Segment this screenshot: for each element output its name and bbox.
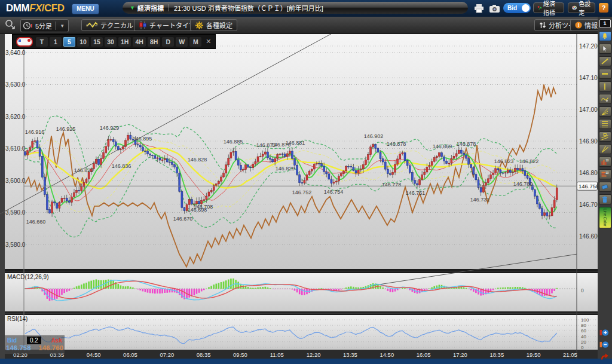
svg-text:146.881: 146.881 (286, 140, 305, 146)
svg-text:146.878: 146.878 (387, 141, 406, 147)
header-bar: DMMFX/CFD MENU ▼ 経済指標 21:30 USD 消費者物価指数（… (0, 0, 612, 17)
chart-type-label: チャートタイプ (149, 20, 195, 30)
svg-text:80: 80 (581, 323, 586, 328)
timeframe-button-5[interactable]: 5 (63, 37, 75, 47)
color-settings-button[interactable]: 色設定 (568, 2, 595, 13)
svg-text:146.900: 146.900 (579, 138, 598, 145)
drag-handle-icon[interactable] (16, 37, 33, 47)
parallel-lines-icon[interactable] (599, 131, 611, 142)
svg-text:146.698: 146.698 (188, 207, 207, 213)
timeframe-button-10[interactable]: 10 (77, 37, 89, 47)
angle-lines-icon[interactable] (599, 144, 611, 154)
bid-toggle-label: Bid (507, 5, 517, 11)
gann-fan-icon[interactable] (599, 106, 611, 117)
timeframe-button-M[interactable]: M (189, 37, 201, 47)
svg-text:147.000: 147.000 (579, 106, 598, 113)
svg-text:146.885: 146.885 (224, 139, 243, 145)
economic-indicator-button[interactable]: 経済指標 (533, 2, 564, 13)
econ-indicator-icon (537, 5, 541, 11)
menu-button[interactable]: MENU (72, 4, 99, 14)
svg-text:19:50: 19:50 (527, 351, 541, 358)
svg-text:146.829: 146.829 (276, 166, 295, 172)
svg-text:147.100: 147.100 (579, 75, 598, 81)
svg-text:3,590.0: 3,590.0 (5, 209, 26, 216)
print-button[interactable] (472, 3, 485, 14)
timeframe-button-D[interactable]: D (162, 37, 174, 47)
svg-text:146.925: 146.925 (56, 126, 76, 132)
timeframe-button-W[interactable]: W (176, 37, 188, 47)
timeframe-button-30[interactable]: 30 (105, 37, 117, 47)
settings-button[interactable]: 各種設定 (190, 19, 237, 31)
svg-text:0: 0 (581, 287, 584, 293)
svg-text:146.752: 146.752 (292, 189, 312, 195)
screenshot-button[interactable] (488, 3, 501, 14)
svg-text:14:50: 14:50 (380, 351, 394, 358)
svg-text:146.731: 146.731 (470, 197, 490, 203)
svg-text:146.778: 146.778 (382, 182, 402, 188)
timeframe-button-15[interactable]: 15 (91, 37, 103, 47)
svg-text:146.929: 146.929 (100, 125, 120, 131)
timeframe-selector[interactable]: 5分足 ▼ (20, 19, 69, 32)
spread-value: 0.2 (27, 337, 41, 344)
drawing-tools-sidebar: 1 1010Line Color (598, 17, 612, 359)
timeframe-button-8H[interactable]: 8H (148, 37, 160, 47)
price-chart-canvas[interactable]: 146.916146.925146.929146.895146.828146.8… (0, 33, 598, 364)
timeframe-button-1H[interactable]: 1H (118, 37, 131, 47)
svg-text:146.600: 146.600 (579, 233, 598, 240)
info-label: 情報 (585, 20, 598, 30)
svg-text:3,640.0: 3,640.0 (5, 50, 26, 56)
bell-icon[interactable] (599, 31, 611, 41)
news-ticker[interactable]: ▼ 経済指標 21:30 USD 消費者物価指数（ＣＰＩ）[前年同月比] (123, 2, 468, 14)
ask-price: 146.760 (38, 344, 63, 351)
bid-ask-panel: Bid 0.2 Ask 146.758 146.760 (5, 335, 65, 354)
timeframe-button-T[interactable]: T (36, 37, 48, 47)
svg-text:16:05: 16:05 (417, 351, 431, 358)
freehand-icon[interactable] (599, 94, 611, 104)
svg-text:60: 60 (581, 328, 586, 334)
close-icon[interactable]: ✕ (206, 38, 211, 45)
chevron-down-icon[interactable]: ▼ (56, 23, 68, 29)
eraser-icon[interactable] (599, 182, 611, 192)
histogram-vertical-icon[interactable]: 10 (599, 157, 611, 167)
timeframe-button-1[interactable]: 1 (50, 37, 62, 47)
app-logo: DMMFX/CFD (6, 2, 65, 14)
svg-text:MACD(12,26,9): MACD(12,26,9) (7, 274, 48, 280)
window-bottom-edge (0, 359, 612, 364)
vertical-line-icon[interactable] (599, 81, 611, 91)
gear-icon (195, 21, 204, 30)
undo-button[interactable] (599, 353, 610, 362)
ticker-triangle-icon: ▼ (130, 5, 135, 11)
ticker-divider (169, 4, 169, 11)
svg-text:10: 10 (605, 159, 609, 162)
cursor-icon[interactable] (599, 44, 611, 54)
zoom-tool-button[interactable] (4, 19, 17, 30)
logo-fx: FX (29, 2, 42, 14)
chart-zoom-out-button[interactable] (599, 340, 610, 350)
bid-price: 146.758 (6, 344, 31, 351)
layout-1-button[interactable]: 1 (599, 19, 611, 28)
svg-text:04:50: 04:50 (87, 351, 101, 358)
svg-text:146.916: 146.916 (25, 129, 45, 135)
horizontal-line-icon[interactable] (599, 69, 611, 79)
line-color-icon[interactable]: Line Color (599, 207, 611, 228)
timeframe-selector-label: 5分足 (33, 21, 56, 30)
svg-text:3,630.0: 3,630.0 (5, 81, 26, 88)
svg-text:0: 0 (581, 345, 584, 350)
trend-line-icon[interactable] (599, 56, 611, 66)
svg-text:100: 100 (581, 317, 589, 323)
svg-text:12:20: 12:20 (307, 351, 321, 358)
logo-dmm: DMM (6, 2, 29, 14)
trash-icon[interactable] (599, 194, 611, 204)
clock-icon (23, 22, 33, 30)
histogram-horizontal-icon[interactable]: 10 (599, 169, 611, 179)
fibonacci-icon[interactable] (599, 119, 611, 129)
bid-ask-toggle[interactable]: Bid (503, 3, 531, 13)
timeframe-button-4H[interactable]: 4H (133, 37, 145, 47)
svg-text:!: ! (578, 22, 580, 28)
technical-button[interactable]: テクニカル (81, 19, 138, 31)
svg-text:18:35: 18:35 (489, 351, 504, 358)
chart-zoom-in-button[interactable] (599, 328, 610, 338)
dmm-fx-cfd-chart-window: DMMFX/CFD MENU ▼ 経済指標 21:30 USD 消費者物価指数（… (0, 0, 612, 364)
palette-icon (572, 5, 577, 11)
help-button[interactable]: ? (599, 3, 608, 13)
